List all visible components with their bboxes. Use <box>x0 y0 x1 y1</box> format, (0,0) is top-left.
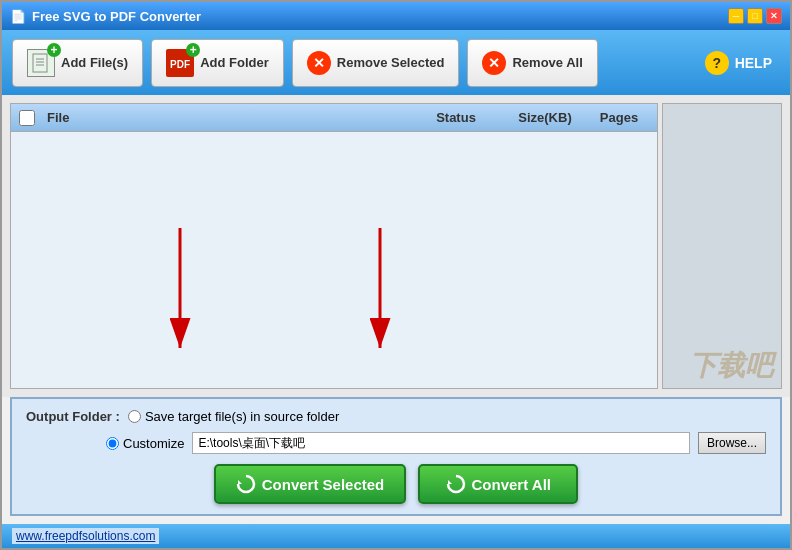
help-label: HELP <box>735 55 772 71</box>
table-area: File Status Size(KB) Pages <box>10 103 782 389</box>
file-table: File Status Size(KB) Pages <box>10 103 658 389</box>
svg-marker-10 <box>448 480 452 484</box>
add-files-button[interactable]: + Add File(s) <box>12 39 143 87</box>
remove-all-button[interactable]: ✕ Remove All <box>467 39 597 87</box>
help-button[interactable]: ? HELP <box>697 47 780 79</box>
main-content: File Status Size(KB) Pages <box>2 95 790 397</box>
toolbar: + Add File(s) PDF + Add Folder ✕ Remove … <box>2 30 790 95</box>
minimize-button[interactable]: ─ <box>728 8 744 24</box>
title-bar: 📄 Free SVG to PDF Converter ─ □ ✕ <box>2 2 790 30</box>
remove-all-icon: ✕ <box>482 51 506 75</box>
customize-label: Customize <box>123 436 184 451</box>
convert-selected-icon <box>236 474 256 494</box>
svg-rect-0 <box>33 54 47 72</box>
convert-selected-label: Convert Selected <box>262 476 385 493</box>
output-folder-row: Output Folder : Save target file(s) in s… <box>26 409 766 424</box>
table-header: File Status Size(KB) Pages <box>11 104 657 132</box>
status-column-header: Status <box>411 110 501 125</box>
arrow-overlay <box>70 208 570 389</box>
browse-button[interactable]: Browse... <box>698 432 766 454</box>
save-source-radio[interactable] <box>128 410 141 423</box>
select-all-checkbox[interactable] <box>19 110 35 126</box>
save-source-label: Save target file(s) in source folder <box>145 409 339 424</box>
convert-all-button[interactable]: Convert All <box>418 464 578 504</box>
svg-marker-9 <box>238 480 242 484</box>
add-files-label: Add File(s) <box>61 55 128 70</box>
customize-option[interactable]: Customize <box>106 436 184 451</box>
footer-bar: www.freepdfsolutions.com <box>2 524 790 548</box>
pages-column-header: Pages <box>589 110 649 125</box>
add-files-icon-wrapper: + <box>27 49 55 77</box>
side-panel: 下载吧 <box>662 103 782 389</box>
add-folder-plus-icon: + <box>186 43 200 57</box>
close-button[interactable]: ✕ <box>766 8 782 24</box>
main-window: 📄 Free SVG to PDF Converter ─ □ ✕ + <box>0 0 792 550</box>
convert-all-label: Convert All <box>472 476 551 493</box>
convert-all-icon <box>446 474 466 494</box>
add-files-plus-icon: + <box>47 43 61 57</box>
maximize-button[interactable]: □ <box>747 8 763 24</box>
svg-text:PDF: PDF <box>170 59 190 70</box>
remove-selected-button[interactable]: ✕ Remove Selected <box>292 39 460 87</box>
window-controls: ─ □ ✕ <box>728 8 782 24</box>
remove-all-label: Remove All <box>512 55 582 70</box>
save-source-option[interactable]: Save target file(s) in source folder <box>128 409 339 424</box>
customize-radio[interactable] <box>106 437 119 450</box>
convert-buttons: Convert Selected Convert All <box>26 464 766 504</box>
path-input[interactable] <box>192 432 690 454</box>
remove-selected-label: Remove Selected <box>337 55 445 70</box>
output-label: Output Folder : <box>26 409 120 424</box>
table-rows-area <box>11 132 657 388</box>
window-title: Free SVG to PDF Converter <box>32 9 201 24</box>
add-folder-button[interactable]: PDF + Add Folder <box>151 39 284 87</box>
title-bar-left: 📄 Free SVG to PDF Converter <box>10 9 201 24</box>
file-column-header: File <box>47 110 407 125</box>
add-folder-icon-wrapper: PDF + <box>166 49 194 77</box>
help-icon: ? <box>705 51 729 75</box>
watermark: 下载吧 <box>689 352 773 380</box>
convert-selected-button[interactable]: Convert Selected <box>214 464 407 504</box>
bottom-panel: Output Folder : Save target file(s) in s… <box>10 397 782 516</box>
add-folder-label: Add Folder <box>200 55 269 70</box>
size-column-header: Size(KB) <box>505 110 585 125</box>
app-icon: 📄 <box>10 9 26 24</box>
customize-row: Customize Browse... <box>106 432 766 454</box>
footer-link[interactable]: www.freepdfsolutions.com <box>12 528 159 544</box>
remove-selected-icon: ✕ <box>307 51 331 75</box>
